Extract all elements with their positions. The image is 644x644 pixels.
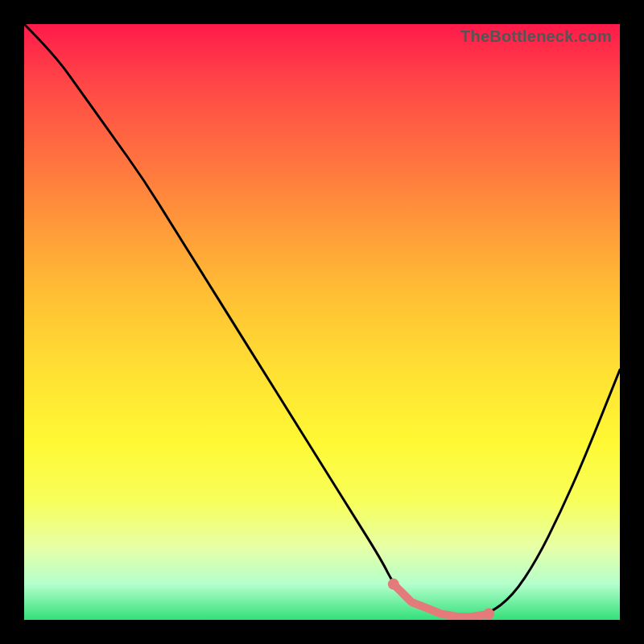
optimal-marker bbox=[483, 609, 494, 620]
curve-path bbox=[24, 24, 620, 617]
chart-frame: TheBottleneck.com bbox=[0, 0, 644, 644]
bottleneck-curve bbox=[24, 24, 620, 620]
watermark-text: TheBottleneck.com bbox=[460, 27, 612, 46]
optimal-range-highlight bbox=[394, 584, 489, 617]
optimal-marker bbox=[388, 579, 399, 590]
marker-group bbox=[388, 579, 494, 620]
plot-area: TheBottleneck.com bbox=[24, 24, 620, 620]
